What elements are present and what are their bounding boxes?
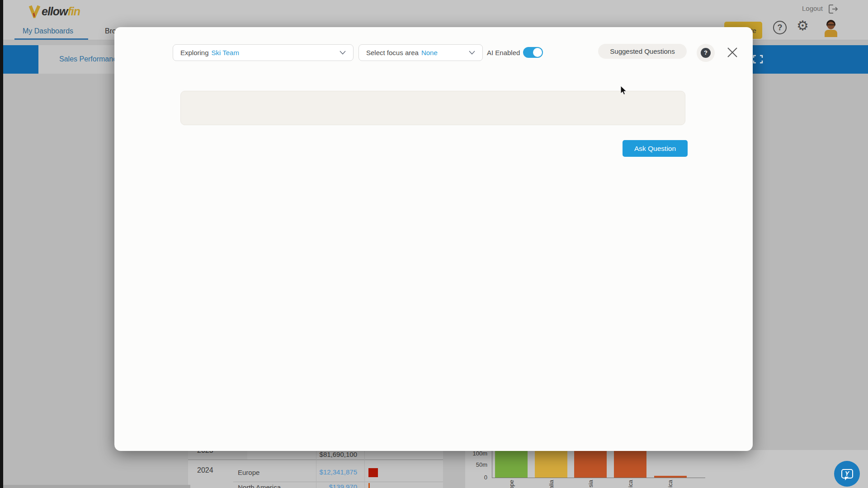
screen-edge-strip: [0, 0, 3, 488]
logo-text-accent: fin: [68, 5, 80, 18]
x-axis-label: alia: [548, 480, 555, 488]
y-axis-tick: 50m: [460, 461, 487, 468]
avatar-shirt: [825, 30, 837, 37]
table-divider: [233, 482, 443, 482]
close-icon[interactable]: [726, 46, 739, 59]
mouse-cursor: [620, 86, 627, 96]
table-footer-strip: [3, 485, 190, 488]
chart-bar[interactable]: [535, 450, 567, 478]
chart-bar[interactable]: [654, 476, 687, 478]
speech-bubble-icon: Y: [841, 469, 853, 479]
help-icon[interactable]: ?: [773, 21, 787, 34]
table-row-region: North America: [238, 483, 281, 488]
red-indicator-swatch: [368, 468, 378, 477]
table-column-divider: [364, 450, 365, 488]
question-input[interactable]: [180, 91, 685, 125]
assistant-fab-button[interactable]: Y: [834, 461, 860, 487]
x-axis-label: ope: [508, 480, 515, 488]
fullscreen-icon[interactable]: [753, 55, 763, 64]
ai-enabled-toggle[interactable]: [523, 47, 543, 58]
table-row-value-link[interactable]: $12,341,875: [294, 468, 357, 476]
exploring-dropdown[interactable]: Exploring Ski Team: [173, 44, 354, 61]
toggle-knob: [533, 48, 542, 57]
gear-icon[interactable]: ⚙: [797, 19, 809, 33]
x-axis-label: ica: [667, 480, 674, 488]
ask-question-button[interactable]: Ask Question: [623, 140, 688, 157]
chart-bar[interactable]: [574, 450, 607, 478]
exploring-value: Ski Team: [212, 49, 239, 56]
table-row-region: Europe: [238, 469, 259, 476]
logout-button[interactable]: Logout: [802, 5, 823, 12]
tab-my-dashboards[interactable]: My Dashboards: [23, 27, 73, 35]
exploring-prefix: Exploring: [180, 49, 209, 56]
y-axis-line: [492, 450, 492, 478]
table-row-year: 2024: [197, 466, 213, 474]
focus-prefix: Select focus area: [366, 49, 419, 56]
chart-bar[interactable]: [614, 450, 646, 478]
suggested-questions-button[interactable]: Suggested Questions: [598, 44, 687, 59]
logout-icon[interactable]: [827, 4, 839, 14]
user-avatar[interactable]: [824, 20, 838, 37]
yellowfin-logo-icon: [28, 5, 41, 18]
question-mark-icon: ?: [701, 48, 711, 58]
logo-text-dark: ellow: [42, 5, 68, 18]
ask-question-modal: Exploring Ski Team Select focus area Non…: [114, 27, 753, 451]
table-row-value-link[interactable]: $139,970: [294, 483, 357, 488]
modal-help-button[interactable]: ?: [697, 44, 715, 62]
table-divider: [188, 460, 443, 460]
active-tab-underline: [14, 38, 88, 40]
ai-enabled-label: AI Enabled: [487, 49, 520, 56]
yellowfin-logo: ellowfin: [28, 4, 80, 19]
y-axis-tick: 100m: [460, 450, 487, 457]
x-axis-label: sia: [587, 480, 594, 488]
x-axis-label: ica: [627, 480, 634, 488]
chevron-down-icon: [469, 51, 475, 55]
dashboard-tab-title[interactable]: Sales Performanc: [59, 55, 117, 63]
focus-area-dropdown[interactable]: Select focus area None: [359, 44, 483, 61]
y-axis-tick: 0: [460, 474, 487, 481]
table-total-value: $81,690,100: [294, 450, 357, 458]
table-column-divider: [316, 450, 316, 488]
chevron-down-icon: [340, 51, 346, 55]
focus-value: None: [421, 49, 438, 56]
chart-bar[interactable]: [495, 450, 528, 478]
avatar-glasses: [828, 24, 834, 26]
x-axis-line: [492, 478, 705, 478]
orange-indicator-bar: [368, 483, 370, 488]
